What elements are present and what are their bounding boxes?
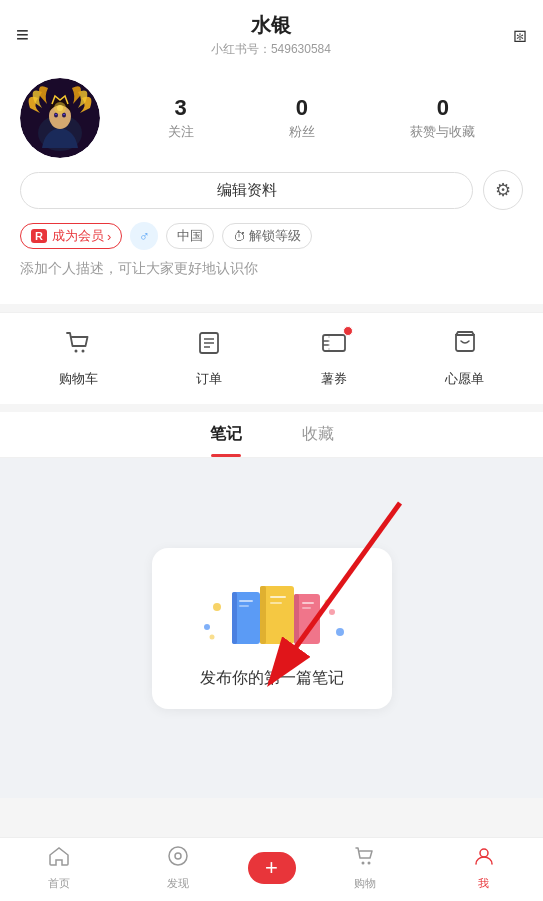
home-icon [48, 845, 70, 873]
header-top-bar: ≡ 水银 小红书号：549630584 ⧆ [16, 12, 527, 62]
svg-rect-33 [294, 594, 299, 644]
bio-text: 添加个人描述，可让大家更好地认识你 [20, 260, 523, 292]
wishlist-icon [451, 329, 479, 364]
svg-rect-27 [239, 605, 249, 607]
stat-fans[interactable]: 0 粉丝 [289, 95, 315, 141]
home-label: 首页 [48, 876, 70, 891]
gender-tag: ♂ [130, 222, 158, 250]
profile-nav-icon [473, 845, 495, 873]
tabs-section: 笔记 收藏 [0, 412, 543, 458]
profile-row: 3 关注 0 粉丝 0 获赞与收藏 [20, 78, 523, 158]
svg-point-18 [204, 624, 210, 630]
nav-discover[interactable]: 发现 [119, 845, 238, 891]
svg-point-19 [213, 603, 221, 611]
svg-point-39 [175, 853, 181, 859]
svg-point-38 [169, 847, 187, 865]
r-badge: R [31, 229, 47, 243]
tab-notes[interactable]: 笔记 [210, 412, 242, 457]
svg-point-22 [209, 634, 214, 639]
order-label: 订单 [196, 370, 222, 388]
svg-rect-35 [302, 607, 311, 609]
books-illustration [192, 572, 352, 652]
tags-row: R 成为会员 › ♂ 中国 ⏱ 解锁等级 [20, 222, 523, 250]
cart-label: 购物车 [59, 370, 98, 388]
svg-point-8 [57, 105, 63, 111]
edit-profile-button[interactable]: 编辑资料 [20, 172, 473, 209]
avatar[interactable] [20, 78, 100, 158]
svg-rect-34 [302, 602, 314, 604]
location-tag: 中国 [166, 223, 214, 249]
discover-label: 发现 [167, 876, 189, 891]
likes-count: 0 [437, 95, 449, 121]
settings-button[interactable]: ⚙ [483, 170, 523, 210]
add-icon: + [265, 857, 278, 879]
svg-point-20 [329, 609, 335, 615]
action-coupon[interactable]: 薯券 [320, 329, 348, 388]
nav-profile[interactable]: 我 [424, 845, 543, 891]
nav-add[interactable]: + [238, 852, 306, 884]
share-icon[interactable]: ⧆ [513, 22, 527, 48]
action-cart[interactable]: 购物车 [59, 329, 98, 388]
profile-nav-label: 我 [478, 876, 489, 891]
level-tag[interactable]: ⏱ 解锁等级 [222, 223, 312, 249]
nav-home[interactable]: 首页 [0, 845, 119, 891]
empty-state-card: 发布你的第一篇笔记 [152, 548, 392, 709]
svg-point-10 [82, 350, 85, 353]
svg-rect-26 [239, 600, 253, 602]
svg-rect-31 [270, 602, 282, 604]
action-wishlist[interactable]: 心愿单 [445, 329, 484, 388]
order-icon [195, 329, 223, 364]
svg-rect-29 [260, 586, 266, 644]
svg-point-21 [336, 628, 344, 636]
user-id: 小红书号：549630584 [211, 41, 331, 58]
likes-label: 获赞与收藏 [410, 123, 475, 141]
member-tag[interactable]: R 成为会员 › [20, 223, 122, 249]
user-name: 水银 [251, 12, 291, 39]
wishlist-label: 心愿单 [445, 370, 484, 388]
stats-row: 3 关注 0 粉丝 0 获赞与收藏 [120, 95, 523, 141]
menu-icon[interactable]: ≡ [16, 22, 29, 48]
shop-icon [354, 845, 376, 873]
svg-point-5 [55, 114, 57, 116]
tab-favorites[interactable]: 收藏 [302, 412, 334, 457]
svg-point-9 [75, 350, 78, 353]
svg-point-41 [367, 861, 370, 864]
cart-icon [64, 329, 92, 364]
stat-likes[interactable]: 0 获赞与收藏 [410, 95, 475, 141]
fans-count: 0 [296, 95, 308, 121]
following-count: 3 [175, 95, 187, 121]
svg-rect-30 [270, 596, 286, 598]
svg-point-6 [63, 114, 65, 116]
coupon-icon [320, 329, 348, 364]
add-button[interactable]: + [248, 852, 296, 884]
coupon-badge [343, 326, 353, 336]
discover-icon [167, 845, 189, 873]
svg-point-40 [361, 861, 364, 864]
edit-row: 编辑资料 ⚙ [20, 170, 523, 210]
quick-actions: 购物车 订单 薯券 [0, 312, 543, 404]
following-label: 关注 [168, 123, 194, 141]
action-order[interactable]: 订单 [195, 329, 223, 388]
svg-rect-25 [232, 592, 237, 644]
content-area: 发布你的第一篇笔记 [0, 458, 543, 798]
svg-point-23 [324, 599, 329, 604]
header: ≡ 水银 小红书号：549630584 ⧆ [0, 0, 543, 62]
svg-point-42 [480, 849, 488, 857]
profile-section: 3 关注 0 粉丝 0 获赞与收藏 编辑资料 ⚙ R 成为会员 › ♂ 中 [0, 62, 543, 304]
bottom-nav: 首页 发现 + 购物 我 [0, 837, 543, 901]
coupon-label: 薯券 [321, 370, 347, 388]
empty-text: 发布你的第一篇笔记 [200, 668, 344, 689]
stat-following[interactable]: 3 关注 [168, 95, 194, 141]
shop-label: 购物 [354, 876, 376, 891]
header-title-block: 水银 小红书号：549630584 [211, 12, 331, 58]
svg-rect-15 [323, 335, 345, 351]
fans-label: 粉丝 [289, 123, 315, 141]
nav-shop[interactable]: 购物 [306, 845, 425, 891]
